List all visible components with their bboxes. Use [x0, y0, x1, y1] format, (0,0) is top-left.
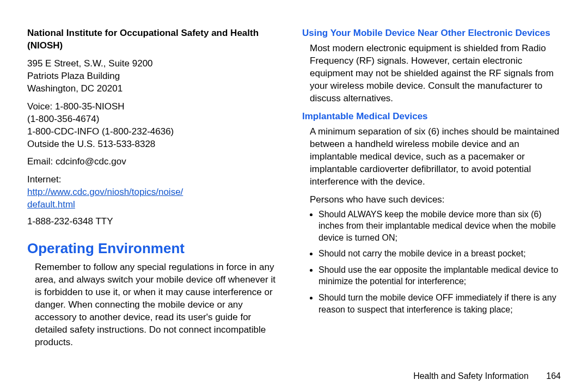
- voice-line-1: Voice: 1-800-35-NIOSH: [27, 101, 125, 112]
- persons-line: Persons who have such devices:: [302, 194, 566, 206]
- voice-line-2: (1-800-356-4674): [27, 114, 99, 124]
- implantable-devices-heading: Implantable Medical Devices: [302, 111, 566, 122]
- page-footer: Health and Safety Information 164: [413, 371, 561, 381]
- address-line-3: Washington, DC 20201: [27, 83, 122, 94]
- internet-label: Internet:: [27, 174, 61, 185]
- email-line: Email: cdcinfo@cdc.gov: [27, 156, 281, 168]
- device-guidelines-list: Should ALWAYS keep the mobile device mor…: [302, 209, 566, 316]
- footer-section-title: Health and Safety Information: [413, 371, 529, 381]
- operating-environment-body: Remember to follow any special regulatio…: [27, 261, 281, 349]
- operating-environment-heading: Operating Environment: [27, 240, 281, 257]
- internet-block: Internet: http://www.cdc.gov/niosh/topic…: [27, 174, 281, 211]
- list-item: Should use the ear opposite the implanta…: [318, 264, 566, 287]
- page-number: 164: [546, 371, 561, 381]
- list-item: Should turn the mobile device OFF immedi…: [318, 292, 566, 315]
- tty-line: 1-888-232-6348 TTY: [27, 216, 281, 228]
- voice-line-3: 1-800-CDC-INFO (1-800-232-4636): [27, 126, 174, 137]
- niosh-url-line1[interactable]: http://www.cdc.gov/niosh/topics/noise/: [27, 187, 183, 197]
- near-electronic-devices-heading: Using Your Mobile Device Near Other Elec…: [302, 27, 566, 39]
- document-page: National Institute for Occupational Safe…: [0, 0, 588, 392]
- niosh-url-line2[interactable]: default.html: [27, 199, 75, 210]
- list-item: Should not carry the mobile device in a …: [318, 248, 566, 260]
- near-electronic-devices-body: Most modern electronic equipment is shie…: [302, 42, 566, 105]
- address-line-2: Patriots Plaza Building: [27, 71, 120, 81]
- list-item: Should ALWAYS keep the mobile device mor…: [318, 209, 566, 244]
- voice-line-4: Outside the U.S. 513-533-8328: [27, 139, 155, 149]
- left-column: National Institute for Occupational Safe…: [27, 27, 297, 376]
- address-line-1: 395 E Street, S.W., Suite 9200: [27, 58, 153, 69]
- implantable-devices-body: A minimum separation of six (6) inches s…: [302, 126, 566, 188]
- voice-block: Voice: 1-800-35-NIOSH (1-800-356-4674) 1…: [27, 101, 281, 151]
- right-column: Using Your Mobile Device Near Other Elec…: [297, 27, 566, 376]
- address-block: 395 E Street, S.W., Suite 9200 Patriots …: [27, 58, 281, 95]
- niosh-heading: National Institute for Occupational Safe…: [27, 27, 281, 52]
